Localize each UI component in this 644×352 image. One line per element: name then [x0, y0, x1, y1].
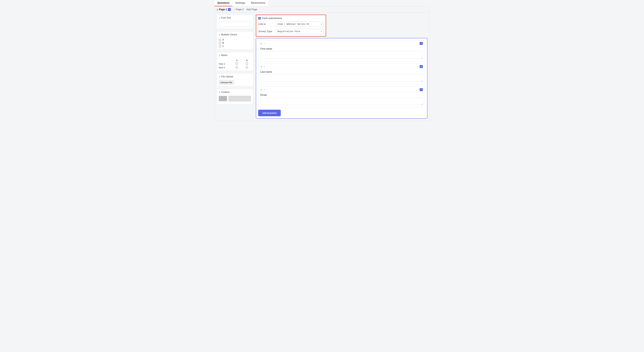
chevron-down-icon — [420, 43, 422, 44]
drag-icon[interactable] — [260, 42, 262, 44]
question-menu-button[interactable] — [420, 88, 423, 91]
matrix-row-1: Row 1 — [219, 63, 231, 65]
link-icon — [263, 65, 266, 68]
link-icon — [263, 42, 266, 45]
question-card[interactable]: Email — [258, 87, 425, 108]
mc-option-b: B — [222, 42, 224, 44]
tab-questions[interactable]: Questions — [214, 0, 232, 6]
question-input[interactable] — [260, 51, 423, 59]
link-icon — [263, 88, 266, 91]
drag-icon[interactable] — [260, 65, 262, 67]
drag-icon — [219, 91, 220, 93]
question-input[interactable] — [260, 97, 423, 105]
sidebar-question-types: Free Text Multiple Choice A B C — [216, 15, 253, 119]
tab-restrictions[interactable]: Restrictions — [248, 0, 268, 6]
question-card[interactable]: Last name — [258, 63, 425, 84]
drag-icon[interactable] — [260, 89, 262, 91]
sidebar-file-upload[interactable]: File Upload Choose File — [216, 73, 253, 86]
question-label: Email — [260, 94, 423, 96]
page-bar: Page 1 Page 2 Add Page — [214, 6, 430, 12]
question-menu-button[interactable] — [420, 42, 423, 45]
add-page-button[interactable]: Add Page — [246, 8, 257, 11]
survey-type-label: Survey Type — [258, 30, 274, 33]
question-card[interactable]: First name — [258, 40, 425, 61]
survey-type-select[interactable]: Registration Form — [276, 29, 324, 34]
mc-option-c: C — [222, 45, 224, 47]
page-tab-2[interactable]: Page 2 — [234, 8, 244, 11]
question-label: First name — [260, 47, 423, 50]
drag-icon — [216, 8, 218, 10]
sidebar-mc-title: Multiple Choice — [221, 33, 237, 36]
page-tab-1-label: Page 1 — [219, 8, 227, 11]
radio-icon — [236, 66, 238, 68]
add-question-button[interactable]: Add Question — [258, 110, 281, 116]
sidebar-free-text-title: Free Text — [221, 16, 231, 19]
radio-icon — [236, 62, 238, 65]
drag-icon — [219, 76, 220, 78]
radio-icon — [219, 39, 221, 41]
sidebar-file-upload-title: File Upload — [221, 75, 233, 78]
track-submissions-label: Track submissions — [262, 17, 282, 20]
chevron-down-icon — [420, 89, 422, 90]
drag-icon — [219, 54, 220, 56]
radio-icon — [246, 62, 248, 65]
sidebar-free-text[interactable]: Free Text — [216, 15, 253, 29]
page-1-menu-button[interactable] — [228, 8, 231, 11]
choose-file-button: Choose File — [219, 80, 234, 84]
chevron-down-icon — [228, 9, 230, 10]
drag-icon — [234, 8, 235, 10]
radio-icon — [219, 45, 221, 47]
sidebar-content[interactable]: Content — [216, 89, 253, 104]
drag-icon — [219, 34, 220, 36]
link-to-label: Link to — [258, 23, 274, 25]
chevron-down-icon — [420, 66, 422, 67]
content-preview-icon — [219, 102, 251, 102]
question-menu-button[interactable] — [420, 65, 423, 68]
mc-option-a: A — [222, 38, 224, 41]
sidebar-content-title: Content — [221, 91, 229, 93]
track-submissions-settings: Track submissions Link to Zoom | Webinar… — [256, 15, 326, 36]
sidebar-multiple-choice[interactable]: Multiple Choice A B C — [216, 31, 253, 49]
sidebar-matrix-title: Matrix — [221, 54, 228, 57]
free-text-preview-input — [219, 22, 251, 27]
content-preview-icon — [219, 96, 251, 101]
matrix-col-a: A — [233, 59, 241, 61]
matrix-row-2: Row 2 — [219, 66, 231, 69]
drag-icon — [219, 17, 220, 19]
page-tab-1[interactable]: Page 1 — [216, 8, 231, 11]
top-tabs: Questions Settings Restrictions — [214, 0, 268, 6]
question-label: Last name — [260, 70, 423, 73]
sidebar-matrix[interactable]: Matrix A B Row 1 Row 2 — [216, 52, 253, 71]
questions-panel: First name — [256, 38, 428, 119]
matrix-col-b: B — [243, 59, 251, 61]
link-to-select[interactable]: Zoom | Webinar Series #1 — [276, 21, 324, 27]
radio-icon — [246, 66, 248, 68]
radio-icon — [219, 42, 221, 44]
question-input[interactable] — [260, 74, 423, 82]
add-page-label: Add Page — [246, 8, 257, 11]
page-tab-2-label: Page 2 — [236, 8, 244, 11]
tab-settings[interactable]: Settings — [232, 0, 248, 6]
track-submissions-checkbox[interactable] — [258, 17, 261, 19]
